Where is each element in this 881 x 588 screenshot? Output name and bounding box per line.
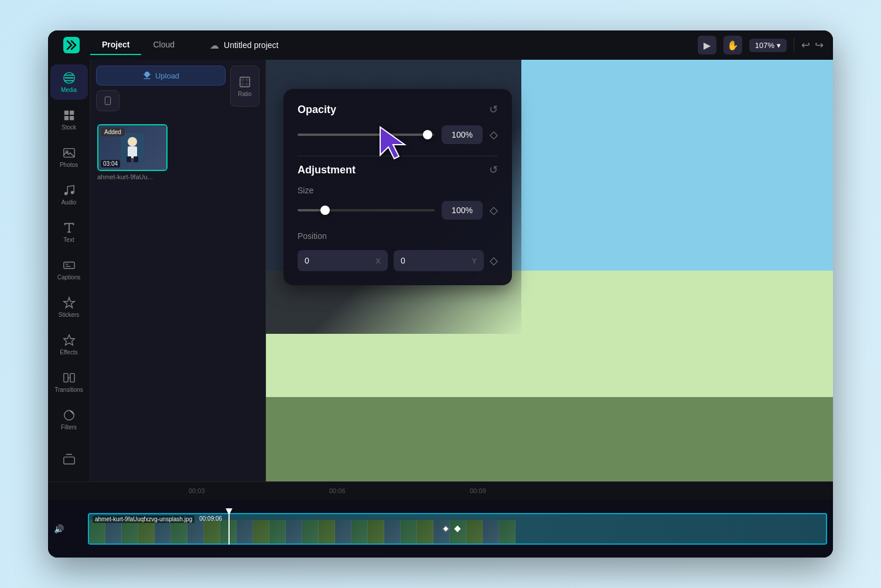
sidebar-label-media: Media bbox=[61, 87, 77, 93]
sidebar-item-photos[interactable]: Photos bbox=[50, 139, 88, 175]
undo-button[interactable]: ↩ bbox=[801, 39, 810, 52]
ratio-button[interactable]: Ratio bbox=[230, 66, 259, 107]
media-grid: Added 03:04 ahmet-kurt-9faUu... bbox=[90, 117, 265, 187]
tab-project[interactable]: Project bbox=[90, 35, 141, 55]
playhead[interactable] bbox=[228, 513, 230, 545]
timeline: 00:03 00:06 00:09 🔊 ahmet-kurt-9faUuqfxz… bbox=[48, 481, 833, 558]
svg-rect-42 bbox=[566, 245, 582, 253]
opacity-slider-fill bbox=[298, 134, 428, 136]
sidebar-item-effects[interactable]: Effects bbox=[50, 327, 88, 362]
project-title[interactable]: Untitled project bbox=[224, 40, 278, 50]
sidebar-item-captions[interactable]: Captions bbox=[50, 252, 88, 287]
opacity-panel: Opacity ↺ 100% ◇ Adjustment ↺ bbox=[284, 89, 512, 285]
svg-point-7 bbox=[64, 192, 67, 195]
video-clip[interactable]: ahmet-kurt-9faUuqfxzvg-unsplash.jpg 00:0… bbox=[88, 513, 827, 545]
position-y-value: 0 bbox=[401, 256, 405, 265]
size-value[interactable]: 100% bbox=[442, 201, 483, 220]
opacity-slider-track[interactable] bbox=[298, 134, 435, 136]
media-thumbnail[interactable]: Added 03:04 bbox=[97, 124, 168, 171]
play-button[interactable]: ▶ bbox=[698, 36, 716, 54]
frame-6 bbox=[187, 520, 204, 543]
svg-rect-11 bbox=[63, 373, 67, 382]
svg-rect-3 bbox=[64, 115, 68, 119]
svg-point-33 bbox=[575, 82, 596, 103]
svg-marker-10 bbox=[63, 334, 74, 344]
sidebar-label-transitions: Transitions bbox=[54, 387, 83, 393]
size-keyframe-diamond[interactable]: ◇ bbox=[490, 204, 498, 217]
device-button[interactable] bbox=[96, 90, 119, 111]
preview-area: Opacity ↺ 100% ◇ Adjustment ↺ bbox=[266, 60, 833, 481]
position-label: Position bbox=[298, 231, 498, 241]
ruler-mark-0: 00:03 bbox=[189, 487, 205, 494]
opacity-reset-icon[interactable]: ↺ bbox=[489, 103, 498, 116]
sidebar-label-filters: Filters bbox=[61, 424, 77, 430]
position-y-axis: Y bbox=[472, 257, 477, 265]
ratio-label: Ratio bbox=[238, 91, 251, 97]
sidebar-item-subtitles[interactable] bbox=[50, 442, 88, 477]
frame-3 bbox=[138, 520, 155, 543]
timeline-ruler: 00:03 00:06 00:09 bbox=[48, 482, 833, 500]
sidebar-item-transitions[interactable]: Transitions bbox=[50, 364, 88, 399]
frame-19 bbox=[401, 520, 417, 543]
upload-section: Upload bbox=[96, 66, 226, 111]
nav-tabs: Project Cloud bbox=[90, 35, 186, 55]
sidebar-item-stickers[interactable]: Stickers bbox=[50, 289, 88, 324]
position-x-input[interactable]: 0 X bbox=[298, 250, 388, 271]
sidebar-item-audio[interactable]: Audio bbox=[50, 177, 88, 212]
adjustment-header: Adjustment ↺ bbox=[298, 163, 498, 176]
media-duration: 03:04 bbox=[101, 160, 120, 167]
frame-5 bbox=[171, 520, 187, 543]
redo-button[interactable]: ↪ bbox=[815, 39, 824, 52]
svg-rect-22 bbox=[134, 156, 138, 162]
zoom-selector[interactable]: 107% ▾ bbox=[749, 39, 787, 52]
opacity-slider-thumb[interactable] bbox=[423, 130, 432, 139]
frame-25 bbox=[499, 520, 515, 543]
project-title-area: ☁ Untitled project bbox=[210, 40, 278, 51]
svg-rect-21 bbox=[127, 156, 131, 162]
frame-18 bbox=[384, 520, 401, 543]
adjustment-reset-icon[interactable]: ↺ bbox=[489, 163, 498, 176]
size-slider-track[interactable] bbox=[298, 209, 435, 211]
opacity-slider-row: 100% ◇ bbox=[298, 125, 498, 144]
position-y-input[interactable]: 0 Y bbox=[394, 250, 484, 271]
frame-11 bbox=[269, 520, 286, 543]
sidebar-item-stock[interactable]: Stock bbox=[50, 102, 88, 137]
adjustment-title: Adjustment bbox=[298, 164, 356, 176]
frame-16 bbox=[351, 520, 368, 543]
sidebar-label-audio: Audio bbox=[62, 199, 77, 206]
tab-cloud[interactable]: Cloud bbox=[141, 35, 186, 55]
clip-label: ahmet-kurt-9faUuqfxzvg-unsplash.jpg bbox=[93, 515, 194, 523]
frame-23 bbox=[466, 520, 483, 543]
track-controls: 🔊 bbox=[54, 524, 83, 534]
opacity-value[interactable]: 100% bbox=[442, 125, 483, 144]
left-panel: Upload bbox=[90, 60, 266, 481]
position-keyframe-diamond[interactable]: ◇ bbox=[490, 254, 498, 267]
size-slider-thumb[interactable] bbox=[320, 206, 330, 215]
app-logo bbox=[63, 37, 80, 53]
frame-20 bbox=[417, 520, 433, 543]
frame-4 bbox=[155, 520, 171, 543]
position-row: 0 X 0 Y ◇ bbox=[298, 250, 498, 271]
hand-tool[interactable]: ✋ bbox=[723, 36, 742, 54]
sidebar-item-filters[interactable]: Filters bbox=[50, 402, 88, 437]
sidebar-label-text: Text bbox=[63, 237, 74, 243]
frame-15 bbox=[335, 520, 351, 543]
position-section: Position 0 X 0 Y ◇ bbox=[298, 231, 498, 271]
svg-rect-12 bbox=[70, 373, 74, 382]
svg-line-34 bbox=[565, 101, 585, 128]
main-content: Media Stock Photos bbox=[48, 60, 833, 481]
clip-duration: 00:09:06 bbox=[199, 515, 222, 522]
frame-17 bbox=[368, 520, 384, 543]
sidebar-label-photos: Photos bbox=[60, 162, 78, 168]
sidebar-item-media[interactable]: Media bbox=[50, 64, 88, 100]
zoom-level: 107% bbox=[755, 41, 774, 50]
volume-icon[interactable]: 🔊 bbox=[54, 524, 64, 534]
sidebar-item-text[interactable]: Text bbox=[50, 214, 88, 249]
upload-button[interactable]: Upload bbox=[96, 66, 226, 86]
opacity-section-header: Opacity ↺ bbox=[298, 103, 498, 116]
frame-21 bbox=[433, 520, 450, 543]
sidebar-label-stickers: Stickers bbox=[59, 312, 80, 318]
opacity-keyframe-diamond[interactable]: ◇ bbox=[490, 128, 498, 141]
svg-rect-17 bbox=[240, 77, 250, 87]
svg-rect-4 bbox=[69, 115, 73, 119]
